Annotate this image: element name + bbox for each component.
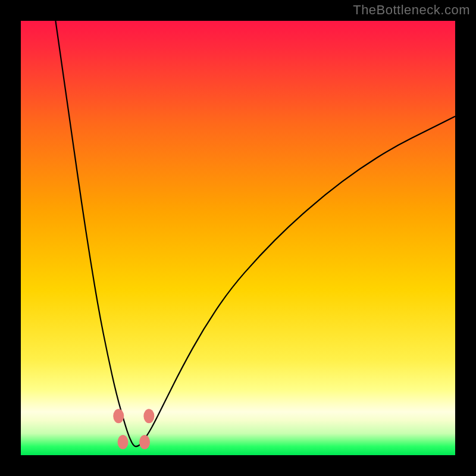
plot-area — [21, 21, 455, 455]
watermark-text: TheBottleneck.com — [353, 2, 470, 18]
curve-marker — [113, 409, 124, 423]
curve-marker — [118, 435, 129, 449]
curve-marker — [139, 435, 150, 449]
curve-marker — [143, 409, 154, 423]
chart-svg — [21, 21, 455, 455]
outer-frame: TheBottleneck.com — [0, 0, 476, 476]
gradient-background — [21, 21, 455, 455]
